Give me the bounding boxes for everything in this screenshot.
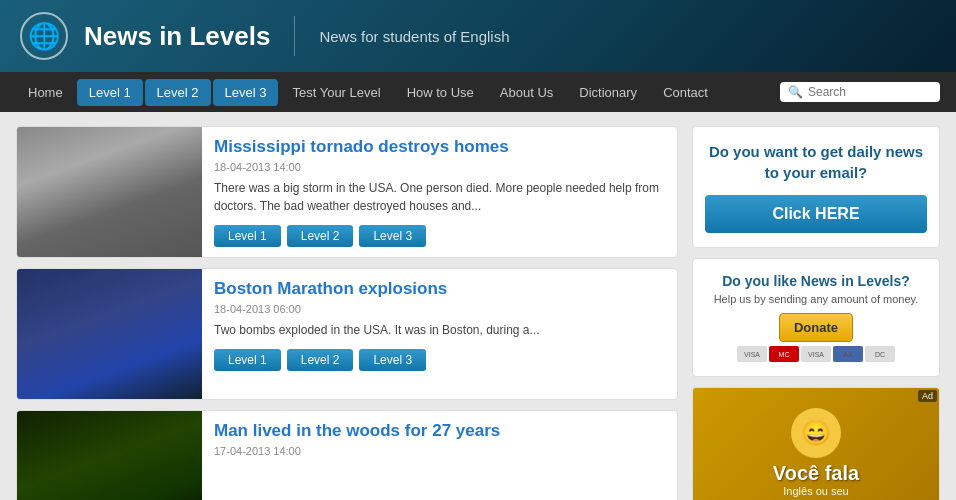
level3-button[interactable]: Level 3 <box>359 225 426 247</box>
header-divider <box>294 16 295 56</box>
article-excerpt: Two bombs exploded in the USA. It was in… <box>214 321 665 339</box>
nav-how-to-use[interactable]: How to Use <box>395 79 486 106</box>
article-date: 18-04-2013 06:00 <box>214 303 665 315</box>
level2-button[interactable]: Level 2 <box>287 349 354 371</box>
article-card: Mississippi tornado destroys homes 18-04… <box>16 126 678 258</box>
search-icon: 🔍 <box>788 85 803 99</box>
payment-cards: VISA MC VISA AX DC <box>705 346 927 362</box>
nav-contact[interactable]: Contact <box>651 79 720 106</box>
site-header: 🌐 News in Levels News for students of En… <box>0 0 956 72</box>
mc-card-icon: MC <box>769 346 799 362</box>
article-card: Boston Marathon explosions 18-04-2013 06… <box>16 268 678 400</box>
article-date: 17-04-2013 14:00 <box>214 445 665 457</box>
level-buttons: Level 1 Level 2 Level 3 <box>214 349 665 371</box>
article-image <box>17 411 202 500</box>
visa2-card-icon: VISA <box>801 346 831 362</box>
article-date: 18-04-2013 14:00 <box>214 161 665 173</box>
article-image <box>17 127 202 257</box>
ad-face-icon: 😄 <box>791 408 841 458</box>
article-card: Man lived in the woods for 27 years 17-0… <box>16 410 678 500</box>
site-title[interactable]: News in Levels <box>84 21 270 52</box>
email-signup-card: Do you want to get daily news to your em… <box>692 126 940 248</box>
ad-text-small: Inglês ou seu <box>783 485 848 497</box>
level2-button[interactable]: Level 2 <box>287 225 354 247</box>
donate-subtitle: Help us by sending any amount of money. <box>705 293 927 305</box>
level1-button[interactable]: Level 1 <box>214 349 281 371</box>
article-title[interactable]: Man lived in the woods for 27 years <box>214 421 665 441</box>
donate-button[interactable]: Donate <box>779 313 853 342</box>
article-content: Man lived in the woods for 27 years 17-0… <box>202 411 677 500</box>
dc-card-icon: DC <box>865 346 895 362</box>
search-input[interactable] <box>808 85 932 99</box>
ad-text-big: Você fala <box>773 462 859 485</box>
level3-button[interactable]: Level 3 <box>359 349 426 371</box>
search-box[interactable]: 🔍 <box>780 82 940 102</box>
article-content: Boston Marathon explosions 18-04-2013 06… <box>202 269 677 399</box>
amex-card-icon: AX <box>833 346 863 362</box>
level1-button[interactable]: Level 1 <box>214 225 281 247</box>
globe-icon: 🌐 <box>20 12 68 60</box>
nav-dictionary[interactable]: Dictionary <box>567 79 649 106</box>
nav-home[interactable]: Home <box>16 79 75 106</box>
advertisement: Ad 😄 Você fala Inglês ou seu <box>692 387 940 500</box>
article-excerpt: There was a big storm in the USA. One pe… <box>214 179 665 215</box>
article-title[interactable]: Mississippi tornado destroys homes <box>214 137 665 157</box>
article-content: Mississippi tornado destroys homes 18-04… <box>202 127 677 257</box>
nav-level1[interactable]: Level 1 <box>77 79 143 106</box>
navbar: Home Level 1 Level 2 Level 3 Test Your L… <box>0 72 956 112</box>
main-container: Mississippi tornado destroys homes 18-04… <box>0 112 956 500</box>
nav-level3[interactable]: Level 3 <box>213 79 279 106</box>
article-title[interactable]: Boston Marathon explosions <box>214 279 665 299</box>
donate-card: Do you like News in Levels? Help us by s… <box>692 258 940 377</box>
visa-card-icon: VISA <box>737 346 767 362</box>
article-image <box>17 269 202 399</box>
nav-level2[interactable]: Level 2 <box>145 79 211 106</box>
nav-test-your-level[interactable]: Test Your Level <box>280 79 392 106</box>
articles-column: Mississippi tornado destroys homes 18-04… <box>16 126 678 500</box>
site-tagline: News for students of English <box>319 28 509 45</box>
sidebar: Do you want to get daily news to your em… <box>692 126 940 500</box>
donate-title: Do you like News in Levels? <box>705 273 927 289</box>
email-card-title: Do you want to get daily news to your em… <box>705 141 927 183</box>
level-buttons: Level 1 Level 2 Level 3 <box>214 225 665 247</box>
click-here-button[interactable]: Click HERE <box>705 195 927 233</box>
ad-badge: Ad <box>918 390 937 402</box>
nav-about-us[interactable]: About Us <box>488 79 565 106</box>
